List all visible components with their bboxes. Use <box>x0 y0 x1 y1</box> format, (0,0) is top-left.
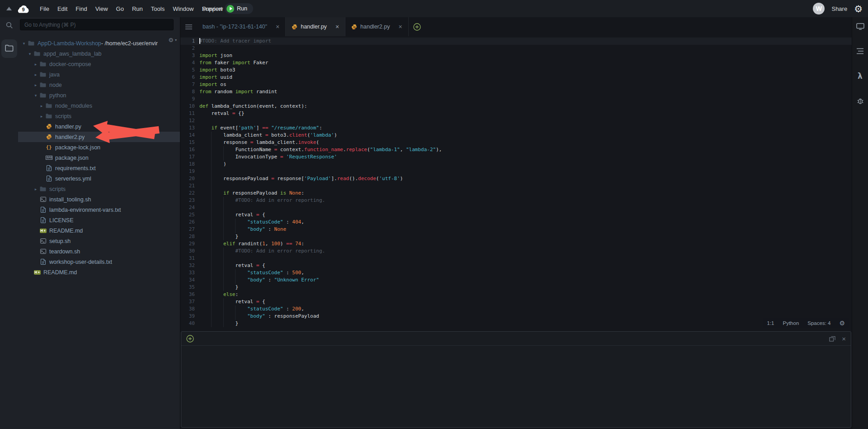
code-line-3[interactable]: 3import json <box>180 52 852 59</box>
line-number[interactable]: 34 <box>180 276 199 284</box>
tree-item-serverless-yml[interactable]: serverless.yml <box>18 173 180 184</box>
code-line-27[interactable]: 27 "body" : None <box>180 226 852 233</box>
avatar[interactable]: W <box>813 3 825 14</box>
menu-go[interactable]: Go <box>112 5 128 12</box>
code-line-15[interactable]: 15 response = lambda_client.invoke( <box>180 139 852 146</box>
tree-item-package-lock-json[interactable]: {}package-lock.json <box>18 142 180 153</box>
line-number[interactable]: 5 <box>180 67 199 74</box>
line-number[interactable]: 10 <box>180 103 199 110</box>
code-line-13[interactable]: 13 if event['path'] == "/resume/random": <box>180 124 852 132</box>
line-number[interactable]: 39 <box>180 313 199 320</box>
code-line-23[interactable]: 23 #TODO: Add in error reporting. <box>180 197 852 204</box>
tree-item-appd-lambda-workshop[interactable]: ▾AppD-Lambda-Workshop - /home/ec2-user/e… <box>18 38 180 48</box>
code-line-24[interactable]: 24 <box>180 204 852 211</box>
code-line-19[interactable]: 19 <box>180 168 852 175</box>
line-number[interactable]: 31 <box>180 255 199 262</box>
line-number[interactable]: 20 <box>180 175 199 182</box>
tree-item-readme-md[interactable]: README.md <box>18 267 180 277</box>
tree-item-install-tooling-sh[interactable]: install_tooling.sh <box>18 194 180 205</box>
code-line-20[interactable]: 20 responsePayload = response['Payload']… <box>180 175 852 182</box>
chevron-right-icon[interactable]: ▸ <box>33 72 39 77</box>
line-number[interactable]: 6 <box>180 74 199 81</box>
line-number[interactable]: 29 <box>180 240 199 248</box>
code-line-4[interactable]: 4from faker import Faker <box>180 59 852 67</box>
tree-item-readme-md[interactable]: README.md <box>18 225 180 236</box>
tree-item-appd-aws-lambda-lab[interactable]: ▾appd_aws_lambda_lab <box>18 48 180 59</box>
line-number[interactable]: 11 <box>180 110 199 117</box>
code-line-25[interactable]: 25 retval = { <box>180 211 852 219</box>
code-line-40[interactable]: 40 } <box>180 320 852 327</box>
code-line-28[interactable]: 28 } <box>180 233 852 240</box>
outline-icon[interactable] <box>856 47 864 55</box>
line-number[interactable]: 14 <box>180 132 199 139</box>
line-number[interactable]: 4 <box>180 59 199 67</box>
screen-share-icon[interactable] <box>856 22 864 30</box>
code-line-14[interactable]: 14 lambda_client = boto3.client('lambda'… <box>180 132 852 139</box>
collapse-menubar-icon[interactable] <box>6 7 12 10</box>
chevron-right-icon[interactable]: ▸ <box>38 104 45 108</box>
code-line-5[interactable]: 5import boto3 <box>180 67 852 74</box>
line-number[interactable]: 1 <box>180 38 199 45</box>
chevron-down-icon[interactable]: ▾ <box>33 93 39 98</box>
menu-tools[interactable]: Tools <box>147 5 169 12</box>
tab-handler-py[interactable]: handler.py× <box>286 17 345 36</box>
line-number[interactable]: 17 <box>180 153 199 161</box>
code-line-26[interactable]: 26 "statusCode" : 404, <box>180 219 852 226</box>
line-number[interactable]: 37 <box>180 298 199 305</box>
line-number[interactable]: 3 <box>180 52 199 59</box>
code-editor[interactable]: 1#TODO: Add tracer import23import json4f… <box>180 36 852 331</box>
preferences-gear-icon[interactable]: ⚙ <box>854 4 863 14</box>
tree-item-scripts[interactable]: ▸scripts <box>18 111 180 121</box>
chevron-right-icon[interactable]: ▸ <box>33 187 39 191</box>
code-line-11[interactable]: 11 retval = {} <box>180 110 852 117</box>
tree-item-setup-sh[interactable]: setup.sh <box>18 236 180 246</box>
code-line-7[interactable]: 7import os <box>180 81 852 88</box>
line-number[interactable]: 33 <box>180 269 199 276</box>
line-number[interactable]: 13 <box>180 124 199 132</box>
tree-item-teardown-sh[interactable]: teardown.sh <box>18 246 180 257</box>
line-number[interactable]: 19 <box>180 168 199 175</box>
line-number[interactable]: 21 <box>180 182 199 190</box>
line-number[interactable]: 9 <box>180 95 199 103</box>
line-number[interactable]: 32 <box>180 262 199 269</box>
line-number[interactable]: 36 <box>180 291 199 298</box>
code-line-35[interactable]: 35 } <box>180 284 852 291</box>
tab-list-menu-icon[interactable] <box>180 17 197 36</box>
run-button[interactable]: Run <box>225 3 253 14</box>
tree-item-scripts[interactable]: ▸scripts <box>18 184 180 194</box>
code-line-22[interactable]: 22 if responsePayload is None: <box>180 190 852 197</box>
code-line-32[interactable]: 32 retval = { <box>180 262 852 269</box>
code-line-2[interactable]: 2 <box>180 45 852 52</box>
editor-settings-gear-icon[interactable]: ⚙ <box>839 319 845 327</box>
share-button[interactable]: Share <box>831 5 847 12</box>
tree-item-node-modules[interactable]: ▸node_modules <box>18 100 180 111</box>
tree-item-package-json[interactable]: package.json <box>18 153 180 163</box>
code-line-29[interactable]: 29 elif randint(1, 100) == 74: <box>180 240 852 248</box>
cursor-position[interactable]: 1:1 <box>767 320 774 326</box>
code-line-16[interactable]: 16 FunctionName = context.function_name.… <box>180 146 852 153</box>
menu-view[interactable]: View <box>91 5 112 12</box>
chevron-right-icon[interactable]: ▸ <box>33 62 39 67</box>
tree-item-workshop-user-details-txt[interactable]: workshop-user-details.txt <box>18 257 180 267</box>
tree-item-java[interactable]: ▸java <box>18 69 180 80</box>
code-line-1[interactable]: 1#TODO: Add tracer import <box>180 38 852 45</box>
code-line-6[interactable]: 6import uuid <box>180 74 852 81</box>
line-number[interactable]: 24 <box>180 204 199 211</box>
line-number[interactable]: 27 <box>180 226 199 233</box>
line-number[interactable]: 40 <box>180 320 199 327</box>
code-line-33[interactable]: 33 "statusCode" : 500, <box>180 269 852 276</box>
code-line-31[interactable]: 31 <box>180 255 852 262</box>
code-line-34[interactable]: 34 "body" : "Unknown Error" <box>180 276 852 284</box>
tab-bash-ip-172-31-61-140[interactable]: bash - "ip-172-31-61-140"× <box>197 17 286 36</box>
code-line-36[interactable]: 36 else: <box>180 291 852 298</box>
code-line-39[interactable]: 39 "body" : responsePayload <box>180 313 852 320</box>
chevron-right-icon[interactable]: ▸ <box>38 114 45 119</box>
code-line-12[interactable]: 12 <box>180 117 852 124</box>
line-number[interactable]: 12 <box>180 117 199 124</box>
menu-edit[interactable]: Edit <box>53 5 71 12</box>
line-number[interactable]: 22 <box>180 190 199 197</box>
language-mode[interactable]: Python <box>783 320 799 326</box>
tree-item-license[interactable]: LICENSE <box>18 215 180 225</box>
line-number[interactable]: 23 <box>180 197 199 204</box>
code-line-10[interactable]: 10def lambda_function(event, context): <box>180 103 852 110</box>
